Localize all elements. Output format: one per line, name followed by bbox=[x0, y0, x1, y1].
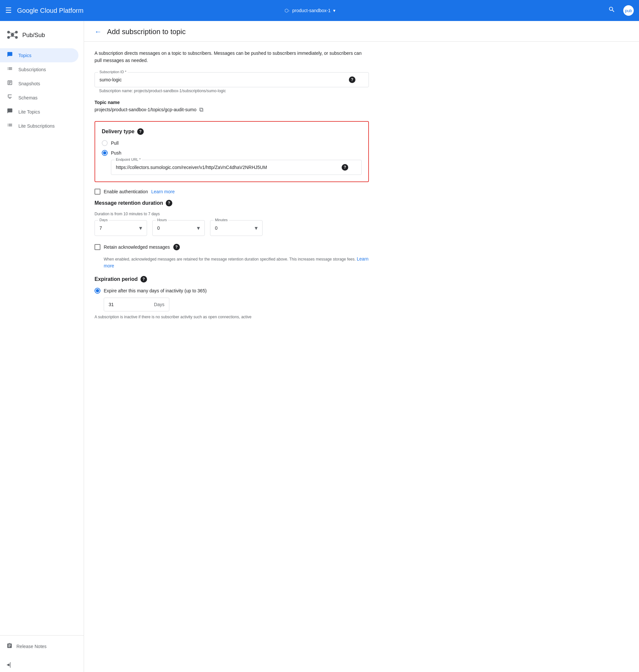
authentication-learn-more[interactable]: Learn more bbox=[151, 189, 175, 194]
sidebar-item-schemas[interactable]: Schemas bbox=[0, 91, 78, 105]
topic-name-label: Topic name bbox=[94, 100, 369, 105]
svg-line-6 bbox=[13, 33, 15, 33]
lite-topics-icon bbox=[6, 108, 13, 115]
sidebar: Pub/Sub Topics Subscriptions Snapshots bbox=[0, 21, 84, 672]
sidebar-label-release-notes: Release Notes bbox=[16, 644, 47, 649]
endpoint-url-wrapper: Endpoint URL * https://collectors.sumolo… bbox=[111, 160, 362, 175]
search-icon[interactable] bbox=[608, 6, 615, 15]
delivery-type-help-icon[interactable]: ? bbox=[137, 128, 144, 135]
authentication-label: Enable authentication bbox=[104, 189, 148, 194]
svg-point-1 bbox=[7, 31, 10, 33]
back-button[interactable]: ← bbox=[94, 28, 102, 36]
subscription-id-field: Subscription ID * sumo-logic ? Subscript… bbox=[94, 72, 369, 93]
endpoint-url-input-wrapper[interactable]: Endpoint URL * https://collectors.sumolo… bbox=[111, 160, 362, 175]
sidebar-item-release-notes[interactable]: Release Notes bbox=[6, 640, 77, 653]
sidebar-label-lite-subscriptions: Lite Subscriptions bbox=[18, 123, 55, 129]
expiry-input-row: 31 Days bbox=[104, 298, 369, 311]
endpoint-url-label: Endpoint URL * bbox=[114, 157, 142, 161]
hours-chevron-down-icon: ▾ bbox=[197, 224, 200, 232]
sidebar-item-lite-topics[interactable]: Lite Topics bbox=[0, 105, 78, 119]
user-avatar[interactable]: pub bbox=[623, 5, 634, 16]
retain-ack-section: Retain acknowledged messages ? When enab… bbox=[94, 244, 369, 269]
sidebar-footer: Release Notes bbox=[0, 635, 84, 657]
svg-point-2 bbox=[15, 31, 18, 33]
menu-icon[interactable]: ☰ bbox=[5, 6, 12, 15]
hours-label: Hours bbox=[156, 218, 168, 222]
sidebar-item-snapshots[interactable]: Snapshots bbox=[0, 76, 78, 91]
page-description: A subscription directs messages on a top… bbox=[94, 49, 369, 64]
sidebar-item-lite-subscriptions[interactable]: Lite Subscriptions bbox=[0, 119, 78, 133]
expiration-radio-item[interactable]: Expire after this many days of inactivit… bbox=[94, 288, 369, 294]
retain-ack-checkbox[interactable] bbox=[94, 244, 100, 250]
expiration-section: Expiration period ? Expire after this ma… bbox=[94, 276, 369, 320]
days-label: Days bbox=[98, 218, 109, 222]
expiration-help-icon[interactable]: ? bbox=[140, 276, 147, 282]
delivery-type-title: Delivery type ? bbox=[102, 128, 362, 135]
sidebar-nav: Topics Subscriptions Snapshots Schemas bbox=[0, 48, 84, 635]
expiration-radio-button[interactable] bbox=[94, 288, 100, 294]
sidebar-item-subscriptions[interactable]: Subscriptions bbox=[0, 62, 78, 76]
svg-line-8 bbox=[13, 36, 15, 37]
svg-point-3 bbox=[7, 36, 10, 39]
project-selector[interactable]: ⬡· product-sandbox-1 ▾ bbox=[284, 8, 336, 13]
svg-line-7 bbox=[10, 36, 13, 37]
retain-ack-label: Retain acknowledged messages bbox=[104, 245, 170, 250]
message-retention-label: Message retention duration bbox=[94, 200, 163, 206]
svg-point-0 bbox=[11, 33, 14, 36]
sidebar-item-topics[interactable]: Topics bbox=[0, 48, 78, 62]
sidebar-label-subscriptions: Subscriptions bbox=[18, 67, 46, 72]
form-body: A subscription directs messages on a top… bbox=[84, 42, 379, 334]
lite-subscriptions-icon bbox=[6, 122, 13, 130]
authentication-checkbox[interactable] bbox=[94, 189, 100, 194]
expiration-label: Expiration period bbox=[94, 276, 138, 282]
sidebar-label-lite-topics: Lite Topics bbox=[18, 109, 40, 114]
copy-icon[interactable]: ⧉ bbox=[199, 106, 203, 113]
svg-point-4 bbox=[15, 36, 18, 39]
message-retention-help-icon[interactable]: ? bbox=[166, 200, 172, 206]
sidebar-label-schemas: Schemas bbox=[18, 95, 37, 100]
subscription-id-hint: Subscription name: projects/product-sand… bbox=[94, 89, 369, 93]
push-label: Push bbox=[111, 150, 122, 156]
minutes-label: Minutes bbox=[214, 218, 229, 222]
retain-ack-checkbox-item[interactable]: Retain acknowledged messages ? bbox=[94, 244, 369, 250]
subscription-id-input-wrapper[interactable]: Subscription ID * sumo-logic ? bbox=[94, 72, 369, 87]
endpoint-url-help-icon[interactable]: ? bbox=[342, 164, 348, 171]
expiration-title: Expiration period ? bbox=[94, 276, 369, 282]
message-retention-subtitle: Duration is from 10 minutes to 7 days bbox=[94, 212, 369, 216]
topbar: ☰ Google Cloud Platform ⬡· product-sandb… bbox=[0, 0, 639, 21]
main-content: ← Add subscription to topic A subscripti… bbox=[84, 21, 639, 672]
delivery-type-radio-group: Pull Push bbox=[102, 140, 362, 156]
inactive-note: A subscription is inactive if there is n… bbox=[94, 314, 369, 320]
retain-ack-help-icon[interactable]: ? bbox=[173, 244, 180, 250]
page-title: Add subscription to topic bbox=[107, 28, 186, 36]
sidebar-collapse-button[interactable]: ◂| bbox=[0, 657, 84, 672]
topic-name-text: projects/product-sandbox-1/topics/gcp-au… bbox=[94, 107, 197, 112]
minutes-value: 0 bbox=[215, 225, 218, 231]
authentication-checkbox-item[interactable]: Enable authentication Learn more bbox=[94, 189, 369, 194]
subscription-id-label: Subscription ID * bbox=[98, 70, 128, 74]
days-chevron-down-icon: ▾ bbox=[139, 224, 142, 232]
retain-ack-desc-text: When enabled, acknowledged messages are … bbox=[104, 257, 356, 262]
project-icon: ⬡· bbox=[284, 8, 290, 13]
push-radio-button[interactable] bbox=[102, 150, 108, 156]
pull-radio-button[interactable] bbox=[102, 140, 108, 146]
expiry-days-input[interactable]: 31 Days bbox=[104, 298, 169, 311]
subscription-id-value: sumo-logic bbox=[99, 77, 349, 82]
delivery-type-label: Delivery type bbox=[102, 129, 135, 135]
days-dropdown[interactable]: Days 7 ▾ bbox=[94, 220, 147, 236]
days-value: 7 bbox=[99, 225, 102, 231]
subscription-id-help-icon[interactable]: ? bbox=[349, 76, 356, 83]
expiry-days-unit: Days bbox=[154, 302, 165, 307]
delivery-type-section: Delivery type ? Pull Push bbox=[94, 121, 369, 182]
snapshots-icon bbox=[6, 80, 13, 87]
endpoint-url-value: https://collectors.sumologic.com/receive… bbox=[116, 165, 342, 170]
pull-label: Pull bbox=[111, 140, 119, 146]
pubsub-logo bbox=[6, 29, 18, 42]
hours-dropdown[interactable]: Hours 0 ▾ bbox=[152, 220, 205, 236]
delivery-type-pull[interactable]: Pull bbox=[102, 140, 362, 146]
project-name: product-sandbox-1 bbox=[293, 8, 331, 13]
chevron-down-icon: ▾ bbox=[333, 8, 336, 13]
app-layout: Pub/Sub Topics Subscriptions Snapshots bbox=[0, 21, 639, 672]
minutes-dropdown[interactable]: Minutes 0 ▾ bbox=[210, 220, 263, 236]
delivery-type-push[interactable]: Push bbox=[102, 150, 362, 156]
